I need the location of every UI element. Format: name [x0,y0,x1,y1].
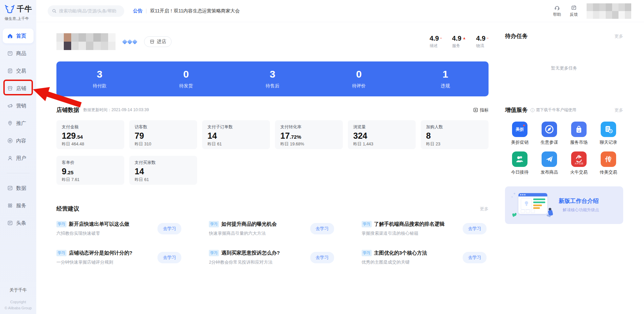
stat-violations[interactable]: 1 违规 [402,69,489,89]
shop-icon [7,85,13,91]
about-qianniu-link[interactable]: 关于千牛 [0,287,36,293]
metric-prev: 昨日 1,443 [353,141,410,147]
metric-label: 支付子订单数 [208,124,265,130]
data-icon [7,185,13,191]
app-meizhe-promo[interactable]: 美折 美折促销 [511,122,528,145]
metric-card-avg-order-value[interactable]: 客单价 9.25 昨日 7.61 [56,156,124,185]
add-indicator-icon [473,107,478,113]
metric-value: 14 [135,166,192,176]
stat-pending-review[interactable]: 0 待评价 [316,69,402,89]
app-chuanmei-trade[interactable]: 传 传美交易 [600,151,617,175]
sidebar-item-trade[interactable]: 交易 [3,63,34,78]
stat-value: 1 [402,69,489,79]
todo-title: 待办任务 [505,32,528,40]
metric-card-conversion-rate[interactable]: 支付转化率 17.72% 昨日 19.68% [275,120,343,149]
sidebar-item-data[interactable]: 数据 [3,181,34,195]
stat-label: 待评价 [316,83,402,89]
go-learn-button[interactable]: 去学习 [157,223,181,234]
metric-prev: 昨日 61 [135,177,192,183]
data-updated-time: 数据更新时间：2021-09-14 10:03:39 [83,107,149,113]
metric-label: 支付转化率 [280,124,337,130]
announcement-label: 公告 [133,8,142,14]
metric-card-cart-adds[interactable]: 加购人数 8 昨日 23 [421,120,489,149]
enter-shop-button[interactable]: 进店 [144,36,172,47]
indicator-button[interactable]: 指标 [473,107,489,113]
app-label: 发布商品 [541,169,558,175]
topbar-right: 帮助 反馈 [553,3,644,19]
metric-card-pageviews[interactable]: 浏览量 324 昨日 1,443 [348,120,416,149]
sidebar: 千牛 做生意,上千牛 首页 商品 交易 店铺 营销 [0,0,36,314]
app-publish-product[interactable]: 发布商品 [541,151,558,175]
services-more-link[interactable]: 更多 [614,107,623,113]
todo-empty-text: 暂无更多任务 [505,65,623,71]
app-chat-history[interactable]: 聊天记录 [600,122,617,145]
app-service-market[interactable]: 服务市场 [570,122,588,145]
suggestions-more-link[interactable]: 更多 [480,206,489,212]
sidebar-item-services[interactable]: 服务 [3,198,34,213]
suggestion-title[interactable]: 如何提升商品的曝光机会 [221,221,277,227]
metric-cards: 支付金额 129.54 昨日 464.48 访客数 79 昨日 310 支付子订… [56,120,489,185]
meizhe-promo-icon: 美折 [512,122,527,137]
suggestion-subtitle: 掌握搜索渠道引流的核心秘籍 [362,230,445,236]
suggestion-title[interactable]: 主图优化的3个核心方法 [374,250,427,256]
sidebar-item-headlines[interactable]: 头条 [3,216,34,230]
help-button[interactable]: 帮助 [553,5,561,17]
red-dot [523,125,525,126]
go-learn-button[interactable]: 去学习 [310,223,334,234]
chat-history-icon [601,122,616,137]
feedback-button[interactable]: 反馈 [570,5,578,17]
app-business-advisor[interactable]: 生意参谋 [541,122,558,145]
app-huoniu-trade[interactable]: S 火牛交易 火牛交易 [570,151,588,175]
metric-card-payment-amount[interactable]: 支付金额 129.54 昨日 464.48 [56,120,124,149]
sidebar-item-goods[interactable]: 商品 [3,46,34,61]
feedback-icon [571,5,577,11]
announcement-text: 双11开启！双11内容生态运营策略商家大会 [150,8,240,14]
suggestion-title[interactable]: 遇到买家恶意投诉怎么办? [221,250,280,256]
trend-up-icon: ▲ [462,36,466,40]
suggestion-title[interactable]: 了解手机端商品搜索的排名逻辑 [374,221,445,227]
sidebar-item-content[interactable]: 内容 [3,133,34,148]
sidebar-item-home[interactable]: 首页 [3,29,34,43]
metric-card-sub-orders[interactable]: 支付子订单数 14 昨日 61 [202,120,270,149]
headset-icon [554,5,560,11]
promo-subtitle: 解读核心功能升级点 [563,207,599,213]
user-account-redacted[interactable] [587,3,631,19]
chuanmei-trade-icon: 传 [601,151,616,167]
metric-value: 17.72% [280,131,337,141]
search-input[interactable] [59,8,120,13]
order-stats-banner: 3 待付款 0 待发货 3 待售后 0 待评价 1 违规 [56,61,489,96]
stat-after-sale[interactable]: 3 待售后 [229,69,316,89]
promo-banner-new-workbench[interactable]: ✦ ✦ [505,186,623,224]
go-learn-button[interactable]: 去学习 [463,223,487,234]
announcement[interactable]: 公告 双11开启！双11内容生态运营策略商家大会 [133,8,240,14]
metric-prev: 昨日 7.61 [62,177,119,183]
todo-more-link[interactable]: 更多 [614,33,623,39]
metric-prev: 昨日 23 [426,141,483,147]
sidebar-item-shop[interactable]: 店铺 [3,81,34,96]
sidebar-item-users[interactable]: 用户 [3,151,34,166]
go-learn-button[interactable]: 去学习 [157,252,181,263]
stat-pending-shipment[interactable]: 0 待发货 [143,69,229,89]
stat-value: 0 [143,69,229,79]
sidebar-item-marketing[interactable]: 营销 [3,98,34,113]
metric-card-paying-buyers[interactable]: 支付买家数 14 昨日 61 [129,156,197,185]
go-learn-button[interactable]: 去学习 [310,252,334,263]
sidebar-item-promotion[interactable]: 推广 [3,116,34,131]
metric-label: 浏览量 [353,124,410,130]
qianniu-workbench: 千牛 做生意,上千牛 首页 商品 交易 店铺 营销 [0,0,644,314]
suggestion-title[interactable]: 新开店快速出单可以这么做 [69,221,129,227]
stat-pending-payment[interactable]: 3 待付款 [56,69,143,89]
metric-card-visitors[interactable]: 访客数 79 昨日 310 [129,120,197,149]
sidebar-item-label: 服务 [16,203,26,209]
go-learn-button[interactable]: 去学习 [463,252,487,263]
search-box[interactable] [48,5,124,17]
today-reception-icon [512,151,527,167]
metric-prev: 昨日 61 [208,141,265,147]
rating-description: 4.9 – 描述 [429,35,442,49]
app-today-reception[interactable]: 今日接待 [511,151,528,175]
metric-value: 9.25 [62,166,119,176]
suggestion-title[interactable]: 店铺动态评分是如何计分的? [69,250,132,256]
learn-badge: 学习 [362,221,372,227]
copyright: Copyright © Alibaba Group [0,299,36,311]
services-icon [7,203,13,209]
